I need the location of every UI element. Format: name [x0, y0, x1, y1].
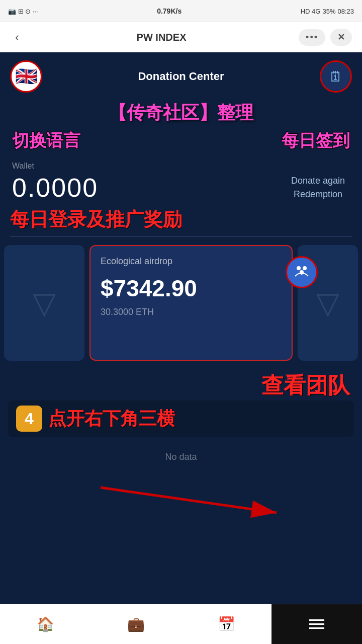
nav-portfolio[interactable]: 💼: [119, 612, 153, 636]
no-data-section: No data: [0, 437, 362, 477]
daily-login-annotation: 每日登录及推广奖励: [10, 209, 182, 230]
airdrop-card[interactable]: Ecological airdrop $7342.90 30.3000 ETH: [89, 245, 293, 361]
bottom-nav-items: 🏠 💼 📅: [0, 612, 272, 636]
hamburger-menu-button[interactable]: [272, 604, 362, 644]
community-label: 【传奇社区】整理: [0, 99, 362, 126]
close-button[interactable]: ✕: [330, 29, 352, 46]
card-logo-right: ▽: [316, 285, 339, 320]
wallet-section: Wallet 0.0000 Donate again Redemption: [0, 153, 362, 207]
calendar-button[interactable]: 🗓: [320, 60, 352, 93]
calendar-nav-icon: 📅: [218, 616, 235, 632]
hamburger-icon: [309, 617, 324, 631]
step4-text: 点开右下角三横: [48, 407, 175, 431]
app-container: 🇬🇧 Donation Center 🗓 【传奇社区】整理 切换语言 每日签到 …: [0, 52, 362, 644]
nav-calendar[interactable]: 📅: [210, 612, 243, 636]
community-text: 【传奇社区】整理: [109, 102, 253, 123]
nav-actions: ••• ✕: [299, 29, 352, 46]
wallet-value: 0.0000: [12, 173, 98, 203]
calendar-icon: 🗓: [329, 68, 343, 85]
view-team-annotation: 查看团队: [261, 373, 350, 397]
donation-center-title: Donation Center: [42, 70, 320, 83]
card-placeholder-left: ▽: [4, 245, 84, 361]
app-header: 🇬🇧 Donation Center 🗓: [0, 52, 362, 99]
daily-checkin-annotation: 每日签到: [282, 129, 350, 152]
team-annotation-section: 查看团队: [0, 369, 362, 400]
home-icon: 🏠: [37, 616, 54, 632]
daily-login-section: 每日登录及推广奖励: [0, 207, 362, 236]
language-flag-button[interactable]: 🇬🇧: [10, 60, 42, 93]
svg-line-4: [101, 488, 277, 513]
status-bar: 📷 ⊞ ⊙ ··· 0.79K/s HD 4G 35% 08:23: [0, 0, 362, 22]
nav-home[interactable]: 🏠: [29, 612, 62, 636]
redemption-button[interactable]: Redemption: [291, 189, 345, 200]
network-label: HD 4G: [301, 8, 321, 15]
wallet-label: Wallet: [12, 162, 350, 171]
battery-label: 35%: [322, 8, 335, 15]
nav-bar: ‹ PW INDEX ••• ✕: [0, 22, 362, 52]
switch-lang-annotation: 切换语言: [12, 129, 80, 152]
airdrop-label: Ecological airdrop: [101, 256, 282, 267]
flag-emoji: 🇬🇧: [15, 66, 38, 87]
annotation-arrow-bottom: [0, 477, 362, 518]
donate-again-button[interactable]: Donate again: [291, 176, 345, 186]
svg-point-1: [303, 266, 307, 270]
svg-point-0: [297, 266, 301, 270]
airdrop-eth: 30.3000 ETH: [101, 307, 282, 317]
time-label: 08:23: [337, 8, 354, 15]
status-speed: 0.79K/s: [157, 7, 182, 15]
status-icons: 📷 ⊞ ⊙ ···: [8, 8, 38, 15]
more-options-button[interactable]: •••: [299, 29, 325, 46]
step4-section: 4 点开右下角三横: [8, 400, 354, 437]
team-view-button[interactable]: [286, 256, 318, 288]
status-left: 📷 ⊞ ⊙ ···: [8, 8, 38, 15]
portfolio-icon: 💼: [127, 616, 145, 632]
back-button[interactable]: ‹: [10, 28, 24, 46]
cards-section: ▽ Ecological airdrop $7342.90 30.3000 ET…: [0, 237, 362, 369]
no-data-text: No data: [165, 452, 197, 462]
bottom-navigation: 🏠 💼 📅: [0, 604, 362, 644]
card-logo-left: ▽: [33, 285, 56, 320]
status-right: HD 4G 35% 08:23: [301, 8, 354, 15]
step4-badge: 4: [16, 406, 42, 432]
page-title: PW INDEX: [137, 32, 187, 43]
airdrop-value: $7342.90: [101, 275, 282, 302]
team-icon: [293, 262, 310, 283]
